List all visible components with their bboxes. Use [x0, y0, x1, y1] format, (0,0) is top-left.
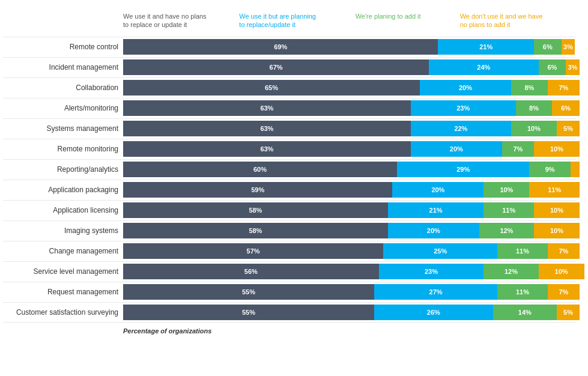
row-label: Imaging systems [3, 226, 123, 235]
bar-track: 58%20%12%10% [123, 223, 580, 238]
bar-segment-s2: 21% [438, 39, 534, 55]
bar-segment-s3: 7% [502, 141, 534, 157]
bar-segment-s4: 10% [539, 264, 584, 279]
bar-segment-s1: 63% [123, 121, 411, 136]
row-label: Change management [3, 247, 123, 255]
bar-segment-s3: 9% [529, 162, 570, 177]
bar-segment-s3: 8% [511, 80, 548, 96]
bar-segment-s3: 11% [497, 284, 548, 300]
bar-segment-s4: 5% [557, 305, 580, 320]
table-row: Application licensing58%21%11%10% [3, 200, 576, 220]
bar-segment-s2: 29% [397, 162, 529, 177]
row-label: Application packaging [3, 186, 123, 194]
bar-segment-s2: 20% [411, 141, 502, 157]
table-row: Incident management67%24%6%3% [3, 57, 576, 77]
bar-track: 69%21%6%3% [123, 39, 576, 55]
bar-track: 60%29%9% [123, 162, 580, 177]
bar-segment-s3: 12% [483, 264, 538, 279]
bar-segment-s1: 55% [123, 284, 374, 300]
legend-col1: We use it and have no plans to replace o… [123, 12, 239, 29]
legend-col2: We use it but are planning to replace/up… [239, 12, 355, 29]
bar-segment-s3: 14% [493, 305, 557, 320]
bar-track: 56%23%12%10% [123, 264, 584, 279]
bar-segment-s3: 11% [497, 243, 548, 259]
bar-segment-s1: 56% [123, 264, 379, 279]
bar-segment-s4: 3% [562, 39, 575, 55]
row-label: Alerts/monitoring [3, 104, 123, 112]
bar-track: 67%24%6%3% [123, 59, 580, 75]
row-label: Collaboration [3, 83, 123, 92]
row-label: Systems management [3, 124, 123, 133]
table-row: Alerts/monitoring63%23%8%6% [3, 98, 576, 118]
bar-segment-s4: 10% [534, 223, 580, 238]
table-row: Reporting/analytics60%29%9% [3, 159, 576, 180]
chart-container: We use it and have no plans to replace o… [0, 6, 582, 341]
table-row: Collaboration65%20%8%7% [3, 77, 576, 98]
bar-segment-s1: 63% [123, 141, 411, 157]
bar-segment-s2: 27% [374, 284, 497, 300]
bar-segment-s2: 23% [411, 100, 516, 116]
bar-segment-s2: 26% [374, 305, 493, 320]
table-row: Customer satisfaction surveying55%26%14%… [3, 302, 576, 323]
table-row: Change management57%25%11%7% [3, 241, 576, 261]
row-label: Request management [3, 288, 123, 296]
bar-track: 55%27%11%7% [123, 284, 580, 300]
bar-track: 55%26%14%5% [123, 305, 580, 320]
row-label: Incident management [3, 63, 123, 71]
bar-track: 65%20%8%7% [123, 80, 580, 96]
table-row: Remote control69%21%6%3% [3, 37, 576, 57]
bar-segment-s1: 63% [123, 100, 411, 116]
bar-segment-s2: 25% [383, 243, 497, 259]
table-row: Request management55%27%11%7% [3, 282, 576, 302]
row-label: Remote monitoring [3, 145, 123, 153]
row-label: Remote control [3, 43, 123, 51]
bar-segment-s3: 8% [516, 100, 553, 116]
row-label: Reporting/analytics [3, 165, 123, 174]
row-label: Customer satisfaction surveying [3, 308, 123, 317]
bar-segment-s4: 3% [566, 59, 580, 75]
bar-segment-s4: 7% [548, 284, 580, 300]
bar-track: 63%22%10%5% [123, 121, 580, 136]
table-row: Service level management56%23%12%10% [3, 261, 576, 282]
bar-segment-s4: 5% [557, 121, 580, 136]
bar-segment-s4: 7% [548, 80, 580, 96]
table-row: Remote monitoring63%20%7%10% [3, 139, 576, 159]
bar-segment-s4: 10% [534, 202, 580, 218]
bar-segment-s1: 60% [123, 162, 397, 177]
legend-col4: We don't use it and we have no plans to … [460, 12, 576, 29]
footnote: Percentage of organizations [123, 327, 576, 335]
legend-row: We use it and have no plans to replace o… [123, 12, 576, 29]
bar-segment-s4: 7% [548, 243, 580, 259]
legend-col3: We're planing to add it [356, 12, 460, 29]
bar-segment-s4: 11% [529, 182, 580, 198]
table-row: Systems management63%22%10%5% [3, 118, 576, 139]
bar-segment-s2: 21% [388, 202, 484, 218]
bar-segment-s2: 24% [429, 59, 538, 75]
bar-segment-s3: 6% [534, 39, 562, 55]
bar-segment-s4: 6% [552, 100, 580, 116]
bar-segment-s1: 58% [123, 223, 388, 238]
bar-segment-s1: 57% [123, 243, 383, 259]
bar-segment-s4: 10% [534, 141, 580, 157]
bar-segment-s3: 12% [479, 223, 534, 238]
bar-segment-s1: 69% [123, 39, 438, 55]
bar-segment-s3: 6% [539, 59, 566, 75]
bar-segment-s3: 11% [483, 202, 534, 218]
bar-segment-s2: 23% [379, 264, 484, 279]
bar-track: 63%20%7%10% [123, 141, 580, 157]
bar-segment-s2: 20% [392, 182, 483, 198]
bar-chart: Remote control69%21%6%3%Incident managem… [3, 37, 576, 323]
bar-track: 63%23%8%6% [123, 100, 580, 116]
bar-segment-s2: 20% [420, 80, 511, 96]
bar-segment-s1: 55% [123, 305, 374, 320]
bar-track: 57%25%11%7% [123, 243, 580, 259]
bar-segment-s1: 59% [123, 182, 392, 198]
bar-segment-s2: 20% [388, 223, 479, 238]
row-label: Service level management [3, 267, 123, 276]
bar-track: 58%21%11%10% [123, 202, 580, 218]
bar-segment-s1: 65% [123, 80, 420, 96]
bar-segment-s4 [571, 162, 580, 177]
bar-track: 59%20%10%11% [123, 182, 580, 198]
table-row: Application packaging59%20%10%11% [3, 180, 576, 200]
bar-segment-s2: 22% [411, 121, 511, 136]
